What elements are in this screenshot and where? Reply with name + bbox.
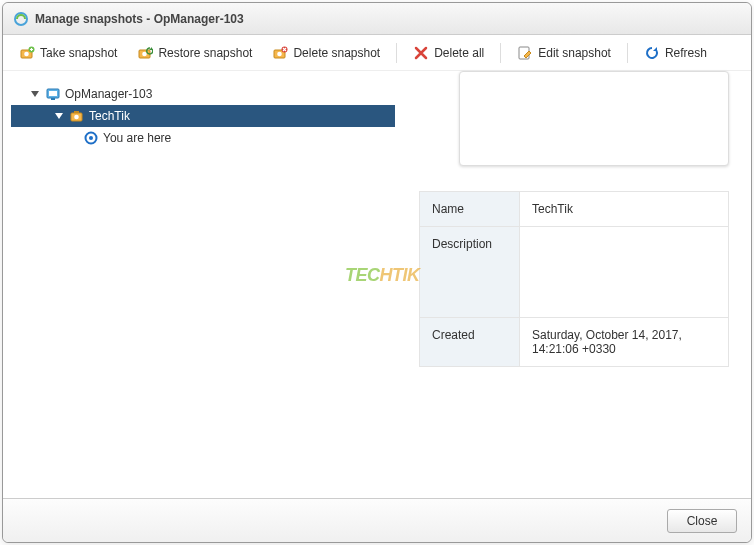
restore-snapshot-button[interactable]: Restore snapshot <box>129 41 260 65</box>
tree-root-node[interactable]: OpManager-103 <box>11 83 395 105</box>
edit-snapshot-label: Edit snapshot <box>538 46 611 60</box>
svg-rect-11 <box>49 91 57 96</box>
name-label: Name <box>420 192 520 226</box>
snapshot-tree: OpManager-103 TechTik You are here <box>3 71 403 498</box>
take-snapshot-button[interactable]: Take snapshot <box>11 41 125 65</box>
details-row-created: Created Saturday, October 14, 2017, 14:2… <box>420 318 728 366</box>
expander-icon <box>55 113 63 119</box>
close-button[interactable]: Close <box>667 509 737 533</box>
vm-icon <box>45 86 61 102</box>
tree-snapshot-node[interactable]: TechTik <box>11 105 395 127</box>
window-title: Manage snapshots - OpManager-103 <box>35 12 244 26</box>
svg-rect-15 <box>74 111 79 113</box>
take-snapshot-label: Take snapshot <box>40 46 117 60</box>
camera-delete-icon <box>272 45 288 61</box>
name-value: TechTik <box>520 192 728 226</box>
restore-snapshot-label: Restore snapshot <box>158 46 252 60</box>
delete-all-icon <box>413 45 429 61</box>
delete-snapshot-label: Delete snapshot <box>293 46 380 60</box>
toolbar-separator <box>500 43 501 63</box>
details-table: Name TechTik Description Created Saturda… <box>419 191 729 367</box>
details-row-description: Description <box>420 227 728 318</box>
tree-here-node[interactable]: You are here <box>11 127 395 149</box>
snapshot-icon <box>69 108 85 124</box>
tree-here-label: You are here <box>103 131 171 145</box>
refresh-button[interactable]: Refresh <box>636 41 715 65</box>
svg-point-14 <box>74 115 79 120</box>
details-row-name: Name TechTik <box>420 192 728 227</box>
svg-point-5 <box>143 51 148 56</box>
svg-point-7 <box>278 51 283 56</box>
tree-snapshot-label: TechTik <box>89 109 130 123</box>
app-icon <box>13 11 29 27</box>
description-value <box>520 227 728 317</box>
svg-rect-12 <box>51 98 55 100</box>
delete-snapshot-button[interactable]: Delete snapshot <box>264 41 388 65</box>
toolbar: Take snapshot Restore snapshot Delete sn… <box>3 35 751 71</box>
footer: Close <box>3 498 751 542</box>
refresh-icon <box>644 45 660 61</box>
toolbar-separator <box>396 43 397 63</box>
content-area: OpManager-103 TechTik You are here Nam <box>3 71 751 498</box>
camera-add-icon <box>19 45 35 61</box>
svg-point-17 <box>89 136 93 140</box>
refresh-label: Refresh <box>665 46 707 60</box>
svg-point-2 <box>24 51 29 56</box>
edit-icon <box>517 45 533 61</box>
snapshot-thumbnail <box>459 71 729 166</box>
target-icon <box>83 130 99 146</box>
delete-all-button[interactable]: Delete all <box>405 41 492 65</box>
tree-root-label: OpManager-103 <box>65 87 152 101</box>
description-label: Description <box>420 227 520 317</box>
titlebar: Manage snapshots - OpManager-103 <box>3 3 751 35</box>
delete-all-label: Delete all <box>434 46 484 60</box>
created-label: Created <box>420 318 520 366</box>
camera-restore-icon <box>137 45 153 61</box>
edit-snapshot-button[interactable]: Edit snapshot <box>509 41 619 65</box>
expander-icon <box>31 91 39 97</box>
snapshot-manager-window: Manage snapshots - OpManager-103 Take sn… <box>2 2 752 543</box>
details-panel: Name TechTik Description Created Saturda… <box>403 71 751 498</box>
toolbar-separator <box>627 43 628 63</box>
created-value: Saturday, October 14, 2017, 14:21:06 +03… <box>520 318 728 366</box>
